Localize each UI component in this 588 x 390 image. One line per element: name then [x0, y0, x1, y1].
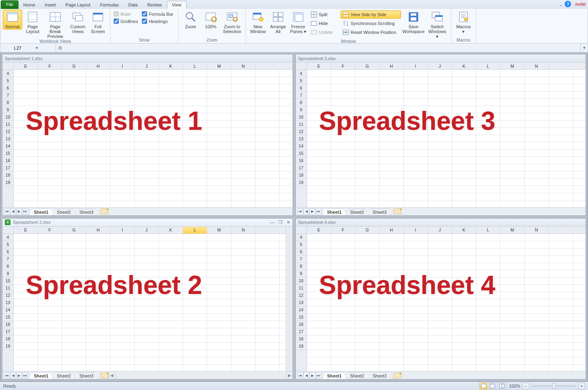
new-sheet-button[interactable] [100, 373, 108, 378]
row-header[interactable]: 16 [296, 321, 307, 328]
workbook-titlebar[interactable]: Spreadsheet 1.xlsx [2, 54, 293, 63]
next-sheet-icon[interactable]: ▶ [310, 209, 316, 215]
prev-sheet-icon[interactable]: ◀ [303, 209, 310, 215]
column-header[interactable]: I [110, 63, 135, 69]
column-header[interactable]: F [331, 227, 355, 234]
hide-button[interactable]: Hide [309, 19, 337, 27]
column-header[interactable]: J [135, 63, 159, 69]
row-header[interactable]: 6 [2, 84, 13, 92]
row-header[interactable]: 13 [296, 299, 307, 307]
full-screen-button[interactable]: Full Screen [88, 10, 108, 34]
row-header[interactable]: 16 [296, 157, 307, 164]
scroll-right-icon[interactable]: ▶ [286, 372, 293, 379]
row-header[interactable]: 18 [296, 171, 307, 179]
row-header[interactable]: 19 [2, 179, 13, 186]
column-header[interactable]: M [501, 63, 525, 69]
row-header[interactable]: 4 [2, 234, 13, 241]
first-sheet-icon[interactable]: ⏮ [297, 209, 303, 215]
column-header[interactable]: G [62, 63, 86, 69]
column-header[interactable]: N [231, 63, 256, 69]
row-header[interactable]: 18 [2, 171, 13, 179]
column-header[interactable]: H [380, 227, 404, 234]
tab-insert[interactable]: Insert [40, 1, 61, 9]
row-header[interactable]: 6 [2, 248, 13, 256]
zoom-percent[interactable]: 100% [509, 384, 520, 388]
row-header[interactable]: 10 [2, 277, 13, 285]
horizontal-scrollbar[interactable]: ◀▶ [108, 372, 293, 379]
row-header[interactable]: 14 [2, 307, 13, 314]
split-button[interactable]: Split [309, 10, 337, 19]
name-box-dropdown-icon[interactable]: ▼ [35, 46, 39, 50]
row-header[interactable]: 4 [2, 70, 13, 77]
row-header[interactable]: 15 [2, 314, 13, 321]
workbook-window[interactable]: Spreadsheet 2.xlsx—❐✕ 456789101112131415… [2, 218, 293, 380]
minimize-icon[interactable]: — [270, 220, 274, 225]
column-header[interactable]: F [38, 227, 62, 234]
row-header[interactable]: 16 [2, 321, 13, 328]
row-header[interactable]: 11 [2, 121, 13, 128]
name-box-input[interactable] [2, 46, 33, 50]
row-header[interactable]: 8 [296, 263, 307, 270]
column-header[interactable]: H [86, 227, 110, 234]
column-header[interactable]: I [404, 227, 428, 234]
arrange-all-button[interactable]: Arrange All [268, 10, 288, 34]
sheet-tab[interactable]: Sheet1 [323, 209, 346, 215]
row-header[interactable]: 6 [296, 84, 307, 92]
row-header[interactable]: 15 [2, 150, 13, 157]
row-header[interactable]: 12 [296, 128, 307, 135]
zoom-out-button[interactable]: – [523, 383, 529, 389]
new-sheet-button[interactable] [393, 209, 401, 214]
column-header[interactable]: N [525, 227, 549, 234]
row-header[interactable]: 19 [296, 179, 307, 186]
column-header[interactable]: M [501, 227, 525, 234]
view-page-break-shortcut[interactable] [497, 383, 506, 389]
headings-checkbox[interactable]: Headings [142, 19, 173, 24]
row-header[interactable]: 17 [296, 328, 307, 336]
row-header[interactable]: 11 [2, 285, 13, 292]
sheet-tab[interactable]: Sheet1 [29, 372, 53, 379]
prev-sheet-icon[interactable]: ◀ [303, 372, 310, 378]
select-all-corner[interactable] [296, 63, 307, 70]
cells[interactable]: Spreadsheet 2 [14, 234, 286, 371]
row-header[interactable]: 18 [2, 336, 13, 343]
column-header[interactable]: I [110, 227, 135, 234]
column-header[interactable]: L [183, 227, 207, 234]
prev-sheet-icon[interactable]: ◀ [10, 209, 16, 215]
tab-home[interactable]: Home [19, 1, 40, 9]
column-header[interactable]: H [86, 63, 110, 69]
last-sheet-icon[interactable]: ⏭ [22, 209, 28, 215]
switch-windows-button[interactable]: Switch Windows ▾ [426, 10, 449, 39]
fx-icon[interactable]: fx [58, 45, 62, 51]
view-side-by-side-button[interactable]: View Side by Side [341, 10, 401, 19]
row-header[interactable]: 5 [2, 241, 13, 248]
row-header[interactable]: 7 [296, 256, 307, 263]
prev-sheet-icon[interactable]: ◀ [10, 372, 16, 378]
row-header[interactable]: 17 [2, 328, 13, 336]
workbook-titlebar[interactable]: Spreadsheet 2.xlsx—❐✕ [2, 219, 293, 227]
row-header[interactable]: 14 [296, 142, 307, 150]
sheet-tab[interactable]: Sheet1 [29, 209, 53, 215]
row-header[interactable]: 10 [2, 113, 13, 121]
column-header[interactable]: E [14, 227, 38, 234]
zoom-in-button[interactable]: + [578, 383, 585, 389]
sheet-tab[interactable]: Sheet3 [75, 372, 98, 379]
row-header[interactable]: 8 [2, 99, 13, 106]
row-header[interactable]: 9 [2, 270, 13, 277]
tab-formulas[interactable]: Formulas [95, 1, 123, 9]
row-header[interactable]: 12 [2, 292, 13, 299]
formula-input[interactable] [65, 44, 578, 52]
first-sheet-icon[interactable]: ⏮ [4, 372, 10, 378]
select-all-corner[interactable] [2, 63, 13, 70]
workbook-titlebar[interactable]: Spreadsheet 3.xlsx [296, 54, 586, 63]
row-header[interactable]: 9 [2, 106, 13, 113]
tab-view[interactable]: View [167, 1, 187, 9]
row-header[interactable]: 7 [2, 92, 13, 99]
row-header[interactable]: 13 [296, 135, 307, 142]
column-header[interactable]: J [428, 63, 452, 69]
next-sheet-icon[interactable]: ▶ [16, 209, 22, 215]
column-header[interactable]: K [159, 63, 183, 69]
custom-views-button[interactable]: Custom Views [68, 10, 87, 34]
zoom-100-button[interactable]: 100% [201, 10, 220, 29]
synchronous-scrolling-button[interactable]: Synchronous Scrolling [341, 19, 401, 27]
normal-view-button[interactable]: Normal [3, 10, 22, 29]
